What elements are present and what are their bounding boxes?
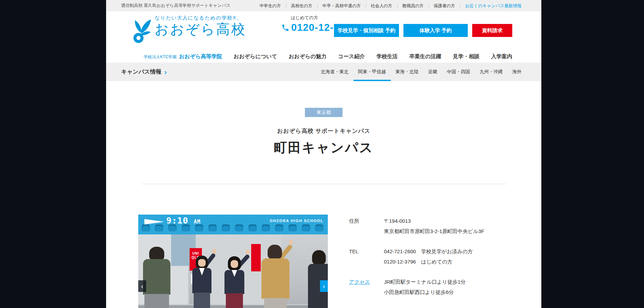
link-high-school[interactable]: 高校生の方 [286,3,317,8]
campus-photo-carousel: 9:10 AM OHZORA HIGH SCHOOL [138,215,328,308]
tel-main: 042-721-2600 学校見学がお済みの方 [384,246,473,257]
postal-code: 〒194-0013 [384,216,484,226]
tab-hokkaido-tohoku[interactable]: 北海道・東北 [316,63,353,81]
link-teacher[interactable]: 教職員の方 [397,3,429,8]
nav-graduates[interactable]: 卒業生の活躍 [409,53,441,60]
access-link[interactable]: アクセス [349,277,384,297]
tab-kyushu-okinawa[interactable]: 九州・沖縄 [475,63,508,81]
utility-bar: 通信制高校 屋久島おおぞら高等学校サポートキャンパス 中学生の方 高校生の方 中… [106,0,541,11]
prefecture-badge: 東京都 [305,108,343,117]
campus-photo: UNI QLO GU [138,234,328,308]
info-row-tel: TEL 042-721-2600 学校見学がお済みの方 0120-12-3796… [349,246,501,267]
carousel-prev-button[interactable]: ‹ [138,280,146,292]
visit-consult-reserve-button[interactable]: 学校見学・個別相談 予約 [334,24,399,37]
tab-kanto-koshinetsu[interactable]: 関東・甲信越 [353,63,391,81]
campus-info-label: キャンパス情報 [121,68,161,76]
tab-chugoku-shikoku[interactable]: 中国・四国 [442,63,475,81]
sub-logo[interactable]: 学校法人KTC学園 おおぞら高等学院 [144,53,222,60]
tel-label: TEL [349,246,384,267]
main-navigation: 学校法人KTC学園 おおぞら高等学院 おおぞらについて おおぞらの魅力 コース紹… [144,53,512,60]
pennant-icon [144,219,164,224]
logo-tagline: なりたい大人になるための学校®。 [155,15,246,21]
film-perforations [142,224,323,232]
nav-courses[interactable]: コース紹介 [338,53,365,60]
photo-person [307,250,328,308]
region-tabs: 北海道・東北 関東・甲信越 東海・北陸 近畿 中国・四国 九州・沖縄 海外 [316,63,527,81]
divider [142,184,506,184]
photo-person [190,254,217,308]
main-content: 東京都 おおぞら高校 サポートキャンパス 町田キャンパス 9:10 AM OHZ… [106,81,541,308]
sub-logo-school-name: おおぞら高等学院 [179,53,222,59]
school-name-overlay: OHZORA HIGH SCHOOL [270,219,323,223]
link-campus-news[interactable]: お近くのキャンパス最新情報 [460,3,526,8]
sub-logo-corporation: 学校法人KTC学園 [144,54,177,59]
campus-info-bar: キャンパス情報 › 北海道・東北 関東・甲信越 東海・北陸 近畿 中国・四国 九… [106,63,541,81]
nav-visit-consult[interactable]: 見学・相談 [453,53,479,60]
nav-appeal[interactable]: おおぞらの魅力 [289,53,326,60]
link-adult[interactable]: 社会人の方 [366,3,397,8]
site-header: なりたい大人になるための学校®。 おおぞら高校 はじめての方 0120-12-3… [106,11,541,63]
audience-links: 中学生の方 高校生の方 中卒・高校中退の方 社会人の方 教職員の方 保護者の方 … [255,3,526,8]
campus-info-link[interactable]: キャンパス情報 › [121,68,167,76]
logo-bird-icon [133,18,151,44]
tab-kinki[interactable]: 近畿 [423,63,442,81]
phone-icon [281,24,289,32]
site-description: 通信制高校 屋久島おおぞら高等学校サポートキャンパス [121,3,231,9]
link-dropout[interactable]: 中卒・高校中退の方 [317,3,366,8]
tel-toll-free: 0120-12-3796 はじめての方 [384,257,473,267]
site-logo[interactable]: なりたい大人になるための学校®。 おおぞら高校 [133,15,246,44]
nav-admission[interactable]: 入学案内 [491,53,512,60]
campus-subtitle: おおぞら高校 サポートキャンパス [106,127,541,135]
trial-entry-reserve-button[interactable]: 体験入学 予約 [403,24,468,37]
tab-overseas[interactable]: 海外 [507,63,526,81]
nav-about[interactable]: おおぞらについて [234,53,277,60]
chevron-right-icon: › [164,68,167,75]
photo-person [259,245,293,308]
campus-detail-section: 9:10 AM OHZORA HIGH SCHOOL [138,215,509,308]
logo-text: おおぞら高校 [155,22,246,37]
photo-person [141,247,172,308]
header-cta-buttons: 学校見学・個別相談 予約 体験入学 予約 資料請求 [334,24,512,37]
link-guardian[interactable]: 保護者の方 [428,3,460,8]
link-junior-high[interactable]: 中学生の方 [255,3,286,8]
campus-info-list: 住所 〒194-0013 東京都町田市原町田3-2-1原町田中央ビル3F TEL… [349,215,501,308]
access-route-odakyu: 小田急町田駅西口より徒歩6分 [384,287,466,297]
digital-clock: 9:10 AM [166,216,201,226]
info-row-address: 住所 〒194-0013 東京都町田市原町田3-2-1原町田中央ビル3F [349,216,501,236]
filmstrip-header: 9:10 AM OHZORA HIGH SCHOOL [138,215,328,234]
screen-background: 通信制高校 屋久島おおぞら高等学校サポートキャンパス 中学生の方 高校生の方 中… [0,0,644,308]
tab-tokai-hokuriku[interactable]: 東海・北陸 [391,63,424,81]
info-row-access: アクセス JR町田駅ターミナル口より徒歩1分 小田急町田駅西口より徒歩6分 [349,277,501,297]
carousel-next-button[interactable]: › [320,280,328,292]
page-title: 町田キャンパス [106,139,541,156]
browser-page: 通信制高校 屋久島おおぞら高等学校サポートキャンパス 中学生の方 高校生の方 中… [106,0,541,308]
photo-person [221,256,250,308]
address-label: 住所 [349,216,384,236]
request-materials-button[interactable]: 資料請求 [472,24,512,37]
nav-school-life[interactable]: 学校生活 [376,53,398,60]
phone-label: はじめての方 [291,15,357,21]
access-route-jr: JR町田駅ターミナル口より徒歩1分 [384,277,466,287]
street-address: 東京都町田市原町田3-2-1原町田中央ビル3F [384,226,484,236]
